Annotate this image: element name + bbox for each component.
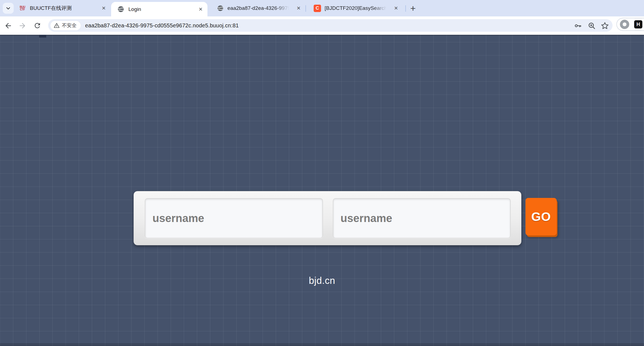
security-chip-label: 不安全 (62, 22, 77, 29)
page-bottom-strip (0, 343, 644, 346)
extension-h-icon[interactable]: H (634, 20, 642, 28)
tab-separator (305, 5, 306, 12)
tab-login-active[interactable]: Login ✕ (111, 2, 207, 16)
tab-close-icon[interactable]: ✕ (294, 4, 303, 12)
tab-search-button[interactable] (3, 3, 14, 14)
csdn-logo-icon: C (314, 5, 321, 12)
tab-title: eaa2ba87-d2ea-4326-9975-c (227, 5, 291, 11)
back-button[interactable] (4, 21, 12, 30)
tab-buuctf[interactable]: BUU CTF BUUCTF在线评测 ✕ (15, 0, 110, 16)
forward-button[interactable] (18, 21, 27, 30)
page-content: GO bjd.cn (0, 35, 644, 346)
tab-csdn-writeup[interactable]: C [BJDCTF2020]EasySearch1 [b ✕ (308, 0, 402, 16)
tab-close-icon[interactable]: ✕ (197, 5, 205, 13)
url-text: eaa2ba87-d2ea-4326-9975-cd0555e9672c.nod… (85, 22, 239, 29)
tab-strip: BUU CTF BUUCTF在线评测 ✕ Login ✕ (0, 0, 644, 16)
page-top-notch (39, 35, 46, 38)
tab-separator (405, 5, 406, 12)
bookmark-star-icon[interactable] (600, 21, 609, 30)
buuctf-logo-icon: BUU CTF (19, 4, 26, 12)
profile-avatar[interactable] (620, 20, 629, 29)
tab-title: Login (128, 6, 193, 12)
chevron-down-icon (5, 5, 11, 11)
browser-toolbar: 不安全 eaa2ba87-d2ea-4326-9975-cd0555e9672c… (0, 16, 644, 35)
username-input-2[interactable] (333, 198, 511, 238)
new-tab-button[interactable]: + (408, 3, 418, 13)
tab-challenge-url[interactable]: eaa2ba87-d2ea-4326-9975-c ✕ (211, 0, 304, 16)
tab-title: [BJDCTF2020]EasySearch1 [b (325, 5, 388, 11)
password-key-icon[interactable] (574, 21, 582, 30)
back-arrow-icon (4, 22, 12, 30)
tab-title: BUUCTF在线评测 (30, 5, 96, 12)
tab-close-icon[interactable]: ✕ (392, 4, 400, 12)
reload-button[interactable] (33, 21, 42, 30)
go-button[interactable]: GO (525, 198, 557, 235)
tab-close-icon[interactable]: ✕ (100, 4, 108, 12)
security-chip[interactable]: 不安全 (50, 21, 81, 30)
profile-area: H (616, 18, 644, 31)
address-bar[interactable]: 不安全 eaa2ba87-d2ea-4326-9975-cd0555e9672c… (48, 19, 613, 32)
browser-window: BUU CTF BUUCTF在线评测 ✕ Login ✕ (0, 0, 644, 346)
username-input-1[interactable] (145, 198, 323, 238)
buuctf-logo-line2: CTF (20, 8, 25, 11)
warning-triangle-icon (54, 22, 60, 28)
globe-icon (117, 5, 125, 13)
login-form-panel (134, 191, 521, 245)
zoom-in-icon[interactable] (587, 21, 596, 30)
forward-arrow-icon (18, 22, 27, 30)
globe-icon (217, 5, 224, 12)
footer-domain-text: bjd.cn (0, 275, 644, 286)
reload-icon (33, 22, 41, 30)
